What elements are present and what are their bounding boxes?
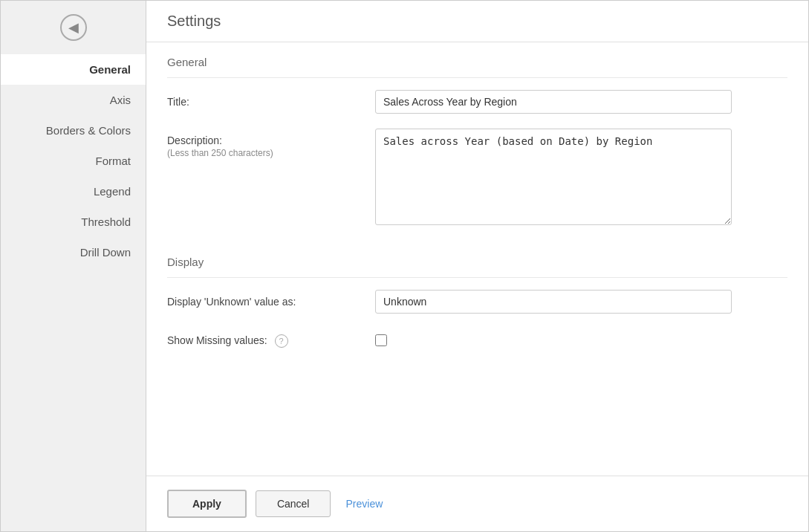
back-icon: ◀: [60, 14, 87, 41]
missing-checkbox-container: [375, 328, 732, 346]
general-section-title: General: [167, 42, 787, 78]
sidebar-nav: General Axis Borders & Colors Format Leg…: [1, 54, 146, 267]
main-panel: Settings General Title: Description: (Le…: [146, 1, 808, 531]
apply-button[interactable]: Apply: [167, 490, 247, 518]
page-title: Settings: [167, 13, 787, 30]
sidebar-item-format[interactable]: Format: [1, 146, 146, 176]
missing-values-checkbox[interactable]: [375, 334, 387, 346]
footer: Apply Cancel Preview: [146, 476, 808, 531]
description-textarea[interactable]: [375, 129, 732, 225]
missing-values-label: Show Missing values: ?: [167, 328, 375, 348]
display-section-title: Display: [167, 242, 787, 278]
title-row: Title:: [167, 90, 787, 114]
missing-help-icon[interactable]: ?: [275, 334, 288, 348]
missing-values-checkbox-wrapper: [375, 328, 732, 346]
description-field-wrapper: [375, 129, 732, 227]
sidebar-item-legend[interactable]: Legend: [1, 176, 146, 207]
sidebar-item-borders-colors[interactable]: Borders & Colors: [1, 115, 146, 146]
content-area: General Title: Description: (Less than 2…: [146, 42, 808, 476]
unknown-value-field-wrapper: [375, 290, 732, 314]
unknown-value-input[interactable]: [375, 290, 732, 314]
sidebar: ◀ General Axis Borders & Colors Format L…: [1, 1, 146, 531]
missing-values-row: Show Missing values: ?: [167, 328, 787, 348]
preview-button[interactable]: Preview: [339, 491, 389, 516]
sidebar-item-axis[interactable]: Axis: [1, 85, 146, 115]
unknown-value-row: Display 'Unknown' value as:: [167, 290, 787, 314]
description-label: Description: (Less than 250 characters): [167, 129, 375, 158]
title-label: Title:: [167, 90, 375, 108]
sidebar-item-drill-down[interactable]: Drill Down: [1, 237, 146, 267]
back-button[interactable]: ◀: [1, 1, 146, 54]
cancel-button[interactable]: Cancel: [256, 490, 331, 517]
sidebar-item-threshold[interactable]: Threshold: [1, 207, 146, 237]
title-input[interactable]: [375, 90, 732, 114]
page-header: Settings: [146, 1, 808, 42]
unknown-value-label: Display 'Unknown' value as:: [167, 290, 375, 308]
title-field-wrapper: [375, 90, 732, 114]
description-row: Description: (Less than 250 characters): [167, 129, 787, 227]
sidebar-item-general[interactable]: General: [1, 54, 146, 85]
